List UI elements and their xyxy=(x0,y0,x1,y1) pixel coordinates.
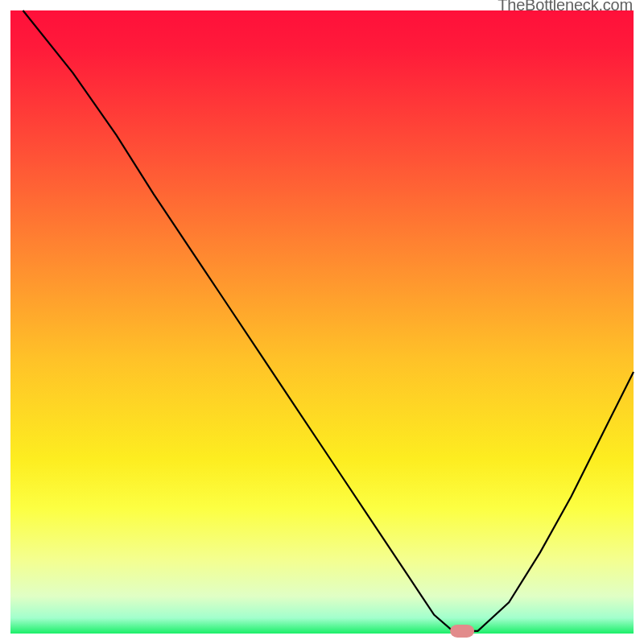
watermark-text: TheBottleneck.com xyxy=(497,0,633,14)
chart-svg-layer xyxy=(0,0,644,644)
optimum-marker xyxy=(450,625,474,638)
chart-line xyxy=(23,10,634,631)
chart-container: TheBottleneck.com xyxy=(0,0,644,644)
